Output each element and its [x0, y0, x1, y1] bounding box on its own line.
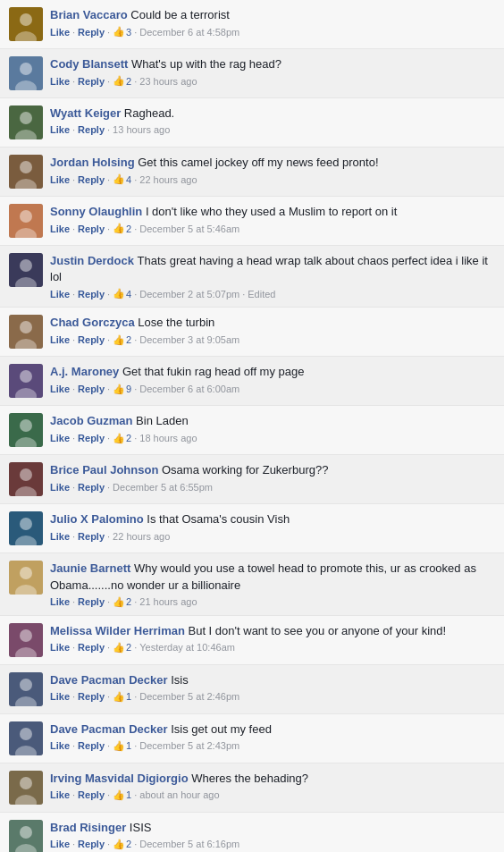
comment-author[interactable]: Jaunie Barnett: [50, 561, 134, 575]
comment-author[interactable]: Wyatt Keiger: [50, 106, 124, 120]
comment-text: Wyatt Keiger Raghead.: [50, 105, 495, 122]
like-button[interactable]: Like: [50, 334, 70, 345]
reply-button[interactable]: Reply: [78, 482, 105, 493]
like-button[interactable]: Like: [50, 691, 70, 702]
reply-button[interactable]: Reply: [78, 334, 105, 345]
reply-button[interactable]: Reply: [78, 433, 105, 443]
likes-count: 👍2: [113, 223, 131, 234]
reply-button[interactable]: Reply: [78, 839, 105, 849]
comment-author[interactable]: Justin Derdock: [50, 254, 138, 267]
like-button[interactable]: Like: [50, 76, 70, 87]
separator: ·: [134, 839, 137, 849]
comment-actions: Like · Reply · 👍3 · December 6 at 4:58pm: [50, 26, 495, 38]
separator: ·: [72, 224, 75, 234]
comment-content: Lose the turbin: [138, 316, 214, 329]
reply-button[interactable]: Reply: [78, 596, 105, 607]
reply-button[interactable]: Reply: [78, 289, 105, 299]
like-button[interactable]: Like: [50, 224, 70, 234]
separator: ·: [107, 174, 110, 185]
like-button[interactable]: Like: [50, 174, 70, 185]
comment-body: Cody Blansett What's up with the rag hea…: [50, 56, 495, 87]
comment-author[interactable]: Brad Risinger: [50, 821, 130, 834]
comment-author[interactable]: Brice Paul Johnson: [50, 463, 162, 477]
comment-author[interactable]: Dave Pacman Decker: [50, 722, 171, 736]
comment-actions: Like · Reply · 👍9 · December 6 at 6:00am: [50, 384, 495, 395]
thumbs-up-icon: 👍: [113, 173, 125, 185]
avatar: [9, 155, 43, 189]
reply-button[interactable]: Reply: [78, 76, 105, 87]
reply-button[interactable]: Reply: [78, 174, 105, 185]
comment-author[interactable]: Chad Gorczyca: [50, 316, 138, 329]
comment-content: ISIS: [130, 821, 152, 834]
reply-button[interactable]: Reply: [78, 124, 105, 135]
reply-button[interactable]: Reply: [78, 224, 105, 234]
avatar: [9, 771, 43, 805]
comment-text: Melissa Wilder Herriman But I don't want…: [50, 623, 495, 639]
separator: ·: [134, 27, 137, 38]
thumbs-up-icon: 👍: [113, 288, 125, 299]
separator: ·: [72, 76, 75, 87]
like-button[interactable]: Like: [50, 531, 70, 542]
comment-author[interactable]: Irving Masvidal Digiorgio: [50, 772, 191, 785]
timestamp: 22 hours ago: [113, 531, 170, 542]
svg-point-34: [20, 567, 32, 579]
like-button[interactable]: Like: [50, 740, 70, 751]
thumbs-up-icon: 👍: [113, 75, 125, 87]
thumbs-up-icon: 👍: [113, 789, 125, 801]
comment-author[interactable]: Melissa Wilder Herriman: [50, 624, 189, 637]
comment-author[interactable]: Jordan Holsing: [50, 156, 138, 169]
like-button[interactable]: Like: [50, 482, 70, 493]
like-button[interactable]: Like: [50, 433, 70, 443]
likes-count: 👍1: [113, 691, 131, 703]
comment-author[interactable]: Jacob Guzman: [50, 414, 136, 427]
comment-actions: Like · Reply · 👍2 · 18 hours ago: [50, 433, 495, 444]
comment-actions: Like · Reply · 👍2 · 23 hours ago: [50, 75, 495, 87]
svg-point-40: [20, 679, 32, 691]
like-button[interactable]: Like: [50, 839, 70, 849]
comment-text: Cody Blansett What's up with the rag hea…: [50, 56, 495, 72]
like-button[interactable]: Like: [50, 642, 70, 653]
svg-point-7: [20, 112, 32, 124]
svg-point-49: [20, 826, 32, 839]
avatar: [9, 253, 43, 287]
comment-author[interactable]: Dave Pacman Decker: [50, 673, 171, 687]
comment-author[interactable]: Julio X Palomino: [50, 512, 147, 526]
comment-author[interactable]: Sonny Olaughlin: [50, 205, 146, 218]
svg-point-28: [20, 468, 32, 481]
separator: ·: [72, 596, 75, 607]
comment-item: Brian Vaccaro Could be a terroristLike ·…: [0, 0, 504, 49]
comment-actions: Like · Reply · 👍2 · December 5 at 5:46am: [50, 223, 495, 234]
like-button[interactable]: Like: [50, 289, 70, 299]
comment-actions: Like · Reply · 13 hours ago: [50, 124, 495, 135]
avatar: [9, 7, 43, 41]
reply-button[interactable]: Reply: [78, 531, 105, 542]
like-button[interactable]: Like: [50, 27, 70, 38]
reply-button[interactable]: Reply: [78, 691, 105, 702]
comment-author[interactable]: Brian Vaccaro: [50, 8, 130, 21]
separator: ·: [242, 289, 245, 299]
comment-item: Brice Paul Johnson Osama working for Zuk…: [0, 455, 504, 504]
like-button[interactable]: Like: [50, 384, 70, 394]
likes-count: 👍2: [113, 839, 131, 850]
likes-count: 👍2: [113, 642, 131, 654]
comment-content: I don't like who they used a Muslim to r…: [146, 205, 397, 218]
reply-button[interactable]: Reply: [78, 27, 105, 38]
comment-author[interactable]: A.j. Maroney: [50, 365, 122, 378]
like-button[interactable]: Like: [50, 124, 70, 135]
like-button[interactable]: Like: [50, 596, 70, 607]
likes-count: 👍3: [113, 26, 131, 38]
comment-body: Sonny Olaughlin I don't like who they us…: [50, 204, 495, 234]
comment-author[interactable]: Cody Blansett: [50, 57, 131, 71]
comment-item: Jacob Guzman Bin LadenLike · Reply · 👍2 …: [0, 406, 504, 455]
separator: ·: [107, 789, 110, 800]
reply-button[interactable]: Reply: [78, 642, 105, 653]
separator: ·: [72, 289, 75, 299]
like-button[interactable]: Like: [50, 789, 70, 800]
reply-button[interactable]: Reply: [78, 384, 105, 394]
reply-button[interactable]: Reply: [78, 789, 105, 800]
comment-actions: Like · Reply · 👍4 · December 2 at 5:07pm…: [50, 288, 495, 299]
separator: ·: [134, 289, 137, 299]
comment-text: Sonny Olaughlin I don't like who they us…: [50, 204, 495, 220]
thumbs-up-icon: 👍: [113, 740, 125, 752]
reply-button[interactable]: Reply: [78, 740, 105, 751]
